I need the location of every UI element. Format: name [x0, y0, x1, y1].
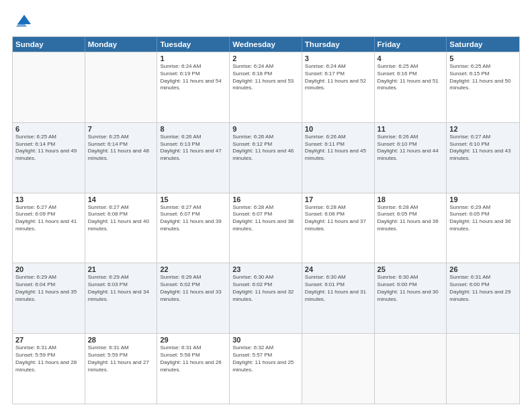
day-number: 5: [449, 54, 517, 62]
calendar-row: 1Sunrise: 6:24 AM Sunset: 6:19 PM Daylig…: [13, 52, 519, 122]
day-info: Sunrise: 6:26 AM Sunset: 6:13 PM Dayligh…: [160, 134, 226, 163]
day-info: Sunrise: 6:24 AM Sunset: 6:18 PM Dayligh…: [232, 63, 299, 92]
calendar-header-cell: Sunday: [13, 37, 85, 52]
day-number: 28: [88, 336, 154, 344]
day-info: Sunrise: 6:31 AM Sunset: 5:59 PM Dayligh…: [88, 345, 154, 373]
calendar-cell: 28Sunrise: 6:31 AM Sunset: 5:59 PM Dayli…: [85, 334, 158, 404]
calendar-cell: 27Sunrise: 6:31 AM Sunset: 5:59 PM Dayli…: [13, 334, 85, 404]
calendar-cell: 20Sunrise: 6:29 AM Sunset: 6:04 PM Dayli…: [13, 263, 85, 333]
day-number: 30: [232, 336, 299, 344]
day-info: Sunrise: 6:30 AM Sunset: 6:01 PM Dayligh…: [305, 274, 371, 303]
day-number: 27: [15, 336, 82, 344]
day-info: Sunrise: 6:24 AM Sunset: 6:19 PM Dayligh…: [160, 63, 226, 92]
day-number: 20: [15, 265, 82, 273]
calendar-body: 1Sunrise: 6:24 AM Sunset: 6:19 PM Daylig…: [13, 52, 519, 404]
calendar-cell: [13, 52, 85, 122]
calendar-cell: 9Sunrise: 6:26 AM Sunset: 6:12 PM Daylig…: [230, 123, 302, 193]
day-info: Sunrise: 6:29 AM Sunset: 6:05 PM Dayligh…: [449, 204, 517, 233]
calendar-cell: 30Sunrise: 6:32 AM Sunset: 5:57 PM Dayli…: [230, 334, 302, 404]
calendar-cell: 3Sunrise: 6:24 AM Sunset: 6:17 PM Daylig…: [302, 52, 375, 122]
calendar-cell: 14Sunrise: 6:27 AM Sunset: 6:08 PM Dayli…: [85, 193, 158, 263]
day-number: 10: [305, 125, 371, 133]
calendar-cell: 22Sunrise: 6:29 AM Sunset: 6:02 PM Dayli…: [157, 263, 230, 333]
day-info: Sunrise: 6:28 AM Sunset: 6:05 PM Dayligh…: [378, 204, 444, 233]
calendar-cell: 8Sunrise: 6:26 AM Sunset: 6:13 PM Daylig…: [157, 123, 230, 193]
calendar-header-cell: Thursday: [302, 37, 375, 52]
day-info: Sunrise: 6:28 AM Sunset: 6:07 PM Dayligh…: [232, 204, 299, 233]
day-number: 16: [232, 195, 299, 203]
day-info: Sunrise: 6:30 AM Sunset: 6:02 PM Dayligh…: [232, 274, 299, 303]
day-info: Sunrise: 6:25 AM Sunset: 6:15 PM Dayligh…: [449, 63, 517, 92]
day-number: 18: [378, 195, 444, 203]
day-number: 15: [160, 195, 226, 203]
calendar-cell: [302, 334, 375, 404]
day-info: Sunrise: 6:25 AM Sunset: 6:16 PM Dayligh…: [378, 63, 444, 92]
day-info: Sunrise: 6:26 AM Sunset: 6:11 PM Dayligh…: [305, 134, 371, 163]
calendar-cell: 2Sunrise: 6:24 AM Sunset: 6:18 PM Daylig…: [230, 52, 302, 122]
day-number: 21: [88, 265, 154, 273]
calendar-cell: 10Sunrise: 6:26 AM Sunset: 6:11 PM Dayli…: [302, 123, 375, 193]
calendar-cell: 18Sunrise: 6:28 AM Sunset: 6:05 PM Dayli…: [375, 193, 447, 263]
day-number: 26: [449, 265, 517, 273]
calendar: SundayMondayTuesdayWednesdayThursdayFrid…: [12, 36, 520, 404]
day-info: Sunrise: 6:27 AM Sunset: 6:07 PM Dayligh…: [160, 204, 226, 233]
calendar-cell: 6Sunrise: 6:25 AM Sunset: 6:14 PM Daylig…: [13, 123, 85, 193]
day-number: 23: [232, 265, 299, 273]
calendar-cell: 4Sunrise: 6:25 AM Sunset: 6:16 PM Daylig…: [375, 52, 447, 122]
calendar-cell: [375, 334, 447, 404]
day-info: Sunrise: 6:31 AM Sunset: 5:58 PM Dayligh…: [160, 345, 226, 373]
day-number: 8: [160, 125, 226, 133]
day-number: 29: [160, 336, 226, 344]
day-info: Sunrise: 6:30 AM Sunset: 6:00 PM Dayligh…: [378, 274, 444, 303]
day-number: 19: [449, 195, 517, 203]
day-number: 22: [160, 265, 226, 273]
header: [12, 12, 520, 31]
day-number: 24: [305, 265, 371, 273]
day-number: 7: [88, 125, 154, 133]
calendar-cell: 25Sunrise: 6:30 AM Sunset: 6:00 PM Dayli…: [375, 263, 447, 333]
calendar-header-cell: Friday: [375, 37, 447, 52]
day-info: Sunrise: 6:25 AM Sunset: 6:14 PM Dayligh…: [15, 134, 82, 163]
page: SundayMondayTuesdayWednesdayThursdayFrid…: [0, 0, 532, 411]
day-info: Sunrise: 6:26 AM Sunset: 6:12 PM Dayligh…: [232, 134, 299, 163]
logo: [12, 12, 34, 31]
calendar-header: SundayMondayTuesdayWednesdayThursdayFrid…: [13, 37, 519, 52]
logo-icon: [12, 12, 31, 31]
day-number: 6: [15, 125, 82, 133]
calendar-header-cell: Saturday: [447, 37, 519, 52]
calendar-cell: 16Sunrise: 6:28 AM Sunset: 6:07 PM Dayli…: [230, 193, 302, 263]
day-number: 13: [15, 195, 82, 203]
day-number: 12: [449, 125, 517, 133]
calendar-cell: [447, 334, 519, 404]
day-number: 11: [378, 125, 444, 133]
day-info: Sunrise: 6:27 AM Sunset: 6:09 PM Dayligh…: [15, 204, 82, 233]
day-number: 2: [232, 54, 299, 62]
calendar-cell: 15Sunrise: 6:27 AM Sunset: 6:07 PM Dayli…: [157, 193, 230, 263]
calendar-cell: 24Sunrise: 6:30 AM Sunset: 6:01 PM Dayli…: [302, 263, 375, 333]
day-number: 14: [88, 195, 154, 203]
day-info: Sunrise: 6:29 AM Sunset: 6:03 PM Dayligh…: [88, 274, 154, 303]
day-number: 9: [232, 125, 299, 133]
day-info: Sunrise: 6:29 AM Sunset: 6:02 PM Dayligh…: [160, 274, 226, 303]
calendar-cell: 5Sunrise: 6:25 AM Sunset: 6:15 PM Daylig…: [447, 52, 519, 122]
day-info: Sunrise: 6:26 AM Sunset: 6:10 PM Dayligh…: [378, 134, 444, 163]
day-number: 1: [160, 54, 226, 62]
calendar-cell: 21Sunrise: 6:29 AM Sunset: 6:03 PM Dayli…: [85, 263, 158, 333]
day-info: Sunrise: 6:27 AM Sunset: 6:10 PM Dayligh…: [449, 134, 517, 163]
day-info: Sunrise: 6:28 AM Sunset: 6:06 PM Dayligh…: [305, 204, 371, 233]
day-number: 3: [305, 54, 371, 62]
calendar-cell: [85, 52, 158, 122]
day-number: 25: [378, 265, 444, 273]
day-info: Sunrise: 6:32 AM Sunset: 5:57 PM Dayligh…: [232, 345, 299, 373]
calendar-cell: 19Sunrise: 6:29 AM Sunset: 6:05 PM Dayli…: [447, 193, 519, 263]
calendar-row: 13Sunrise: 6:27 AM Sunset: 6:09 PM Dayli…: [13, 193, 519, 263]
day-info: Sunrise: 6:24 AM Sunset: 6:17 PM Dayligh…: [305, 63, 371, 92]
day-number: 4: [378, 54, 444, 62]
day-info: Sunrise: 6:25 AM Sunset: 6:14 PM Dayligh…: [88, 134, 154, 163]
calendar-cell: 11Sunrise: 6:26 AM Sunset: 6:10 PM Dayli…: [375, 123, 447, 193]
calendar-row: 20Sunrise: 6:29 AM Sunset: 6:04 PM Dayli…: [13, 263, 519, 333]
calendar-header-cell: Monday: [85, 37, 158, 52]
calendar-cell: 1Sunrise: 6:24 AM Sunset: 6:19 PM Daylig…: [157, 52, 230, 122]
calendar-cell: 13Sunrise: 6:27 AM Sunset: 6:09 PM Dayli…: [13, 193, 85, 263]
calendar-cell: 7Sunrise: 6:25 AM Sunset: 6:14 PM Daylig…: [85, 123, 158, 193]
